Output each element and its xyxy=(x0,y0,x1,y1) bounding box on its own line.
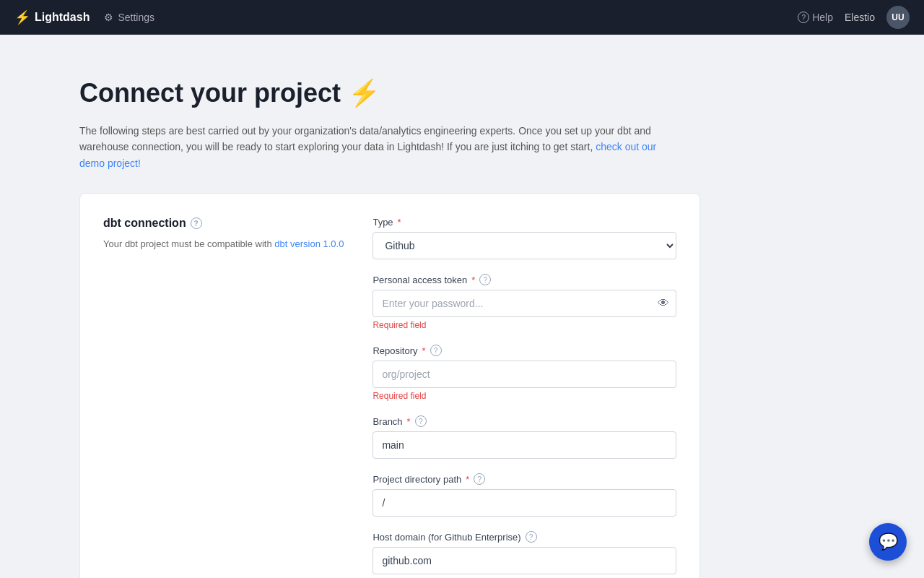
repository-required: * xyxy=(422,345,426,356)
type-select[interactable]: Github Gitlab Azure DevOps Bitbucket CLI xyxy=(372,232,676,259)
main-content: Connect your project ⚡ The following ste… xyxy=(65,35,859,578)
dbt-version-link[interactable]: dbt version 1.0.0 xyxy=(274,238,344,249)
token-error: Required field xyxy=(372,320,676,330)
settings-nav[interactable]: ⚙ Settings xyxy=(104,12,154,23)
section-title: dbt connection ? xyxy=(103,217,344,230)
question-icon: ? xyxy=(798,12,809,23)
project-dir-required: * xyxy=(466,474,469,485)
project-dir-label: Project directory path * ? xyxy=(372,473,676,485)
chat-button[interactable]: 💬 xyxy=(869,523,907,561)
gear-icon: ⚙ xyxy=(104,12,113,23)
avatar[interactable]: UU xyxy=(886,6,910,29)
page-description: The following steps are best carried out… xyxy=(79,123,657,171)
section-help-icon[interactable]: ? xyxy=(191,217,202,229)
token-help-icon[interactable]: ? xyxy=(479,274,491,285)
host-domain-help-icon[interactable]: ? xyxy=(526,531,537,543)
host-domain-field-group: Host domain (for Github Enterprise) ? xyxy=(372,531,676,574)
app-header: ⚡ Lightdash ⚙ Settings ? Help Elestio UU xyxy=(0,0,924,35)
type-label: Type * xyxy=(372,217,676,228)
chat-icon: 💬 xyxy=(879,532,898,551)
card-left-section: dbt connection ? Your dbt project must b… xyxy=(103,217,344,578)
password-wrapper: 👁 xyxy=(372,290,676,317)
branch-help-icon[interactable]: ? xyxy=(415,415,427,427)
title-bolt-icon: ⚡ xyxy=(348,78,380,108)
help-button[interactable]: ? Help xyxy=(798,12,833,23)
dbt-connection-card: dbt connection ? Your dbt project must b… xyxy=(79,193,700,578)
type-required: * xyxy=(398,217,401,228)
branch-field-group: Branch * ? xyxy=(372,415,676,459)
project-dir-help-icon[interactable]: ? xyxy=(474,473,485,485)
token-input[interactable] xyxy=(372,290,676,317)
token-required: * xyxy=(471,275,475,285)
token-label: Personal access token * ? xyxy=(372,274,676,285)
header-right: ? Help Elestio UU xyxy=(798,6,910,29)
repository-error: Required field xyxy=(372,391,676,401)
host-domain-label: Host domain (for Github Enterprise) ? xyxy=(372,531,676,543)
page-title: Connect your project ⚡ xyxy=(79,78,845,108)
header-left: ⚡ Lightdash ⚙ Settings xyxy=(14,9,154,25)
project-dir-input[interactable] xyxy=(372,489,676,517)
repository-field-group: Repository * ? Required field xyxy=(372,345,676,401)
repository-help-icon[interactable]: ? xyxy=(430,345,442,356)
token-field-group: Personal access token * ? 👁 Required fie… xyxy=(372,274,676,330)
eye-icon[interactable]: 👁 xyxy=(658,297,669,310)
logo-bolt-icon: ⚡ xyxy=(14,9,30,25)
branch-required: * xyxy=(407,416,411,427)
host-domain-input[interactable] xyxy=(372,547,676,574)
repository-input[interactable] xyxy=(372,361,676,388)
user-name: Elestio xyxy=(845,12,875,23)
logo[interactable]: ⚡ Lightdash xyxy=(14,9,90,25)
section-description: Your dbt project must be compatible with… xyxy=(103,237,344,251)
type-field-group: Type * Github Gitlab Azure DevOps Bitbuc… xyxy=(372,217,676,259)
help-label: Help xyxy=(812,12,833,23)
project-dir-field-group: Project directory path * ? xyxy=(372,473,676,517)
logo-text: Lightdash xyxy=(35,11,90,24)
form-section: Type * Github Gitlab Azure DevOps Bitbuc… xyxy=(372,217,676,578)
branch-input[interactable] xyxy=(372,431,676,459)
settings-label: Settings xyxy=(118,12,154,23)
branch-label: Branch * ? xyxy=(372,415,676,427)
repository-label: Repository * ? xyxy=(372,345,676,356)
